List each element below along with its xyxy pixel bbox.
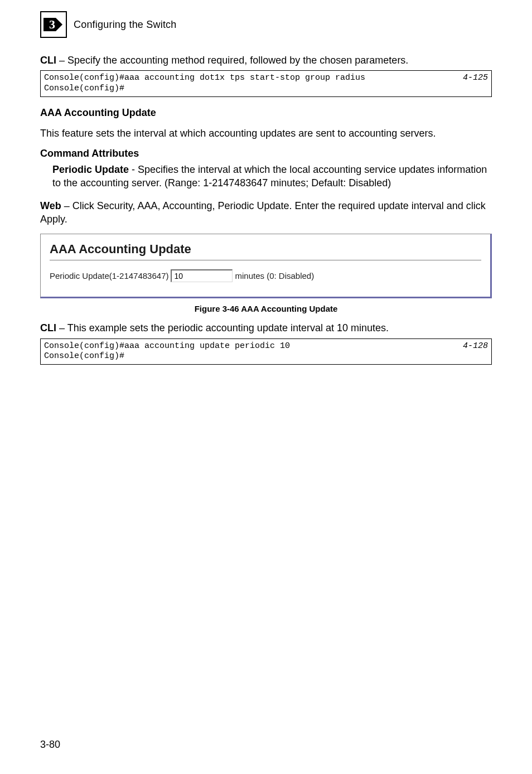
- chapter-number-glyph: 3: [49, 17, 55, 31]
- code-text-1: Console(config)#aaa accounting dot1x tps…: [44, 73, 365, 94]
- header-title: Configuring the Switch: [74, 19, 177, 31]
- code-block-2: Console(config)#aaa accounting update pe…: [40, 338, 492, 365]
- panel-rule: [50, 260, 481, 260]
- periodic-bold: Periodic Update: [52, 164, 129, 175]
- web-bold: Web: [40, 200, 61, 211]
- cli-bold-2: CLI: [40, 322, 56, 333]
- cli-intro-1: CLI – Specify the accounting method requ…: [40, 54, 492, 67]
- chapter-number-box: 3: [40, 11, 67, 38]
- code-block-1: Console(config)#aaa accounting dot1x tps…: [40, 70, 492, 97]
- page-number: 3-80: [40, 739, 60, 751]
- periodic-update-input[interactable]: [171, 269, 233, 282]
- feature-description: This feature sets the interval at which …: [40, 127, 492, 140]
- code-ref-1: 4-125: [463, 73, 488, 94]
- code-ref-2: 4-128: [463, 341, 488, 362]
- running-header: 3 Configuring the Switch: [40, 11, 492, 38]
- figure-caption: Figure 3-46 AAA Accounting Update: [40, 304, 492, 313]
- code-text-2: Console(config)#aaa accounting update pe…: [44, 341, 290, 362]
- periodic-field-label-suffix: minutes (0: Disabled): [235, 271, 314, 280]
- section-heading: AAA Accounting Update: [40, 107, 492, 119]
- panel-title: AAA Accounting Update: [50, 242, 481, 257]
- periodic-update-attr: Periodic Update - Specifies the interval…: [52, 163, 492, 190]
- cli-intro-2: CLI – This example sets the periodic acc…: [40, 321, 492, 335]
- cli-rest-2: – This example sets the periodic account…: [56, 322, 389, 333]
- periodic-update-row: Periodic Update(1-2147483647) minutes (0…: [50, 269, 481, 282]
- cli-rest-1: – Specify the accounting method required…: [56, 55, 408, 66]
- aaa-accounting-update-panel: AAA Accounting Update Periodic Update(1-…: [40, 234, 492, 298]
- web-rest: – Click Security, AAA, Accounting, Perio…: [40, 200, 486, 225]
- chapter-icon: 3: [42, 13, 65, 36]
- command-attributes-heading: Command Attributes: [40, 148, 492, 159]
- web-instructions: Web – Click Security, AAA, Accounting, P…: [40, 199, 492, 226]
- periodic-field-label-prefix: Periodic Update(1-2147483647): [50, 271, 168, 280]
- cli-bold-1: CLI: [40, 55, 56, 66]
